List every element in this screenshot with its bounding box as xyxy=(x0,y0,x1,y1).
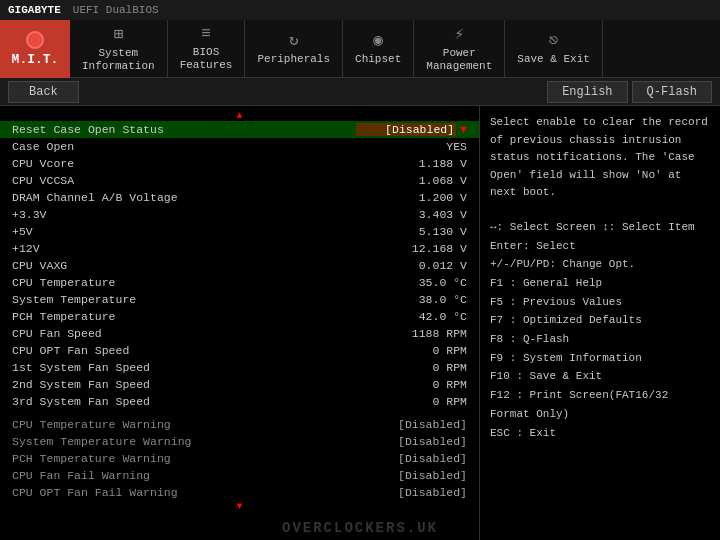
row-cpu-fan-fail[interactable]: CPU Fan Fail Warning [Disabled] xyxy=(0,467,479,484)
cpu-opt-fan-value: 0 RPM xyxy=(367,344,467,357)
nav-chipset[interactable]: ◉ Chipset xyxy=(343,20,414,78)
nav-system-info[interactable]: ⊞ SystemInformation xyxy=(70,20,168,78)
pch-temp-value: 42.0 °C xyxy=(367,310,467,323)
shortcut-arrows: ↔: Select Screen ↕: Select Item xyxy=(490,218,710,237)
row-cpu-vccsa[interactable]: CPU VCCSA 1.068 V xyxy=(0,172,479,189)
save-exit-icon: ⎋ xyxy=(549,30,559,50)
plus5v-label: +5V xyxy=(12,225,367,238)
nav-items: ⊞ SystemInformation ≡ BIOSFeatures ↻ Per… xyxy=(70,20,720,78)
sys-temp-warn-label: System Temperature Warning xyxy=(12,435,367,448)
dram-voltage-value: 1.200 V xyxy=(367,191,467,204)
case-open-label: Case Open xyxy=(12,140,367,153)
cpu-fan-label: CPU Fan Speed xyxy=(12,327,367,340)
shortcut-f5: F5 : Previous Values xyxy=(490,293,710,312)
back-button[interactable]: Back xyxy=(8,81,79,103)
row-pch-temp-warn[interactable]: PCH Temperature Warning [Disabled] xyxy=(0,450,479,467)
cpu-fan-value: 1188 RPM xyxy=(367,327,467,340)
cpu-fan-fail-value: [Disabled] xyxy=(367,469,467,482)
row-cpu-fan[interactable]: CPU Fan Speed 1188 RPM xyxy=(0,325,479,342)
cpu-vaxg-value: 0.012 V xyxy=(367,259,467,272)
bios-features-icon: ≡ xyxy=(201,25,211,43)
case-open-value: YES xyxy=(367,140,467,153)
language-button[interactable]: English xyxy=(547,81,627,103)
row-plus5v[interactable]: +5V 5.130 V xyxy=(0,223,479,240)
row-pch-temp[interactable]: PCH Temperature 42.0 °C xyxy=(0,308,479,325)
row-plus12v[interactable]: +12V 12.168 V xyxy=(0,240,479,257)
pch-temp-warn-value: [Disabled] xyxy=(367,452,467,465)
row-sys-temp-warn[interactable]: System Temperature Warning [Disabled] xyxy=(0,433,479,450)
row-reset-case[interactable]: Reset Case Open Status [Disabled] ▼ xyxy=(0,121,479,138)
row-cpu-vaxg[interactable]: CPU VAXG 0.012 V xyxy=(0,257,479,274)
shortcut-f1: F1 : General Help xyxy=(490,274,710,293)
nav-system-info-label: SystemInformation xyxy=(82,47,155,73)
shortcut-enter: Enter: Select xyxy=(490,237,710,256)
nav-power-mgmt[interactable]: ⚡ PowerManagement xyxy=(414,20,505,78)
system-info-icon: ⊞ xyxy=(113,24,123,44)
cpu-vaxg-label: CPU VAXG xyxy=(12,259,367,272)
shortcut-f7: F7 : Optimized Defaults xyxy=(490,311,710,330)
sys-temp-label: System Temperature xyxy=(12,293,367,306)
top-bar: GIGABYTE UEFI DualBIOS xyxy=(0,0,720,20)
reset-case-label: Reset Case Open Status xyxy=(12,123,356,136)
row-sys-temp[interactable]: System Temperature 38.0 °C xyxy=(0,291,479,308)
row-cpu-temp[interactable]: CPU Temperature 35.0 °C xyxy=(0,274,479,291)
nav-save-exit-label: Save & Exit xyxy=(517,53,590,66)
cpu-vcore-value: 1.188 V xyxy=(367,157,467,170)
uefi-label: UEFI DualBIOS xyxy=(73,4,159,16)
cpu-opt-fan-label: CPU OPT Fan Speed xyxy=(12,344,367,357)
cpu-fan-fail-label: CPU Fan Fail Warning xyxy=(12,469,367,482)
shortcut-f9: F9 : System Information xyxy=(490,349,710,368)
right-panel: Select enable to clear the record of pre… xyxy=(480,106,720,540)
action-bar: Back English Q-Flash xyxy=(0,78,720,106)
nav-peripherals-label: Peripherals xyxy=(257,53,330,66)
main-content: ▲ Reset Case Open Status [Disabled] ▼ Ca… xyxy=(0,106,720,540)
row-case-open[interactable]: Case Open YES xyxy=(0,138,479,155)
plus12v-value: 12.168 V xyxy=(367,242,467,255)
nav-power-mgmt-label: PowerManagement xyxy=(426,47,492,73)
qflash-button[interactable]: Q-Flash xyxy=(632,81,712,103)
shortcut-f8: F8 : Q-Flash xyxy=(490,330,710,349)
nav-chipset-label: Chipset xyxy=(355,53,401,66)
sys-temp-warn-value: [Disabled] xyxy=(367,435,467,448)
plus5v-value: 5.130 V xyxy=(367,225,467,238)
cpu-opt-fail-label: CPU OPT Fan Fail Warning xyxy=(12,486,367,499)
mit-label: M.I.T. xyxy=(12,52,59,67)
watermark: OVERCLOCKERS.UK xyxy=(282,520,438,536)
sys-fan2-value: 0 RPM xyxy=(367,378,467,391)
row-sys-fan1[interactable]: 1st System Fan Speed 0 RPM xyxy=(0,359,479,376)
row-plus3v3[interactable]: +3.3V 3.403 V xyxy=(0,206,479,223)
peripherals-icon: ↻ xyxy=(289,30,299,50)
row-sys-fan2[interactable]: 2nd System Fan Speed 0 RPM xyxy=(0,376,479,393)
shortcut-change: +/-/PU/PD: Change Opt. xyxy=(490,255,710,274)
cpu-vccsa-label: CPU VCCSA xyxy=(12,174,367,187)
sys-fan2-label: 2nd System Fan Speed xyxy=(12,378,367,391)
cpu-opt-fail-value: [Disabled] xyxy=(367,486,467,499)
mit-dot xyxy=(26,31,44,49)
cpu-temp-warn-label: CPU Temperature Warning xyxy=(12,418,367,431)
gigabyte-brand: GIGABYTE xyxy=(8,4,61,16)
chipset-icon: ◉ xyxy=(373,30,383,50)
help-text: Select enable to clear the record of pre… xyxy=(490,114,710,202)
shortcut-f10: F10 : Save & Exit xyxy=(490,367,710,386)
mit-button[interactable]: M.I.T. xyxy=(0,20,70,78)
nav-peripherals[interactable]: ↻ Peripherals xyxy=(245,20,343,78)
dropdown-arrow: ▼ xyxy=(460,123,467,136)
plus3v3-value: 3.403 V xyxy=(367,208,467,221)
plus12v-label: +12V xyxy=(12,242,367,255)
row-cpu-vcore[interactable]: CPU Vcore 1.188 V xyxy=(0,155,479,172)
cpu-temp-label: CPU Temperature xyxy=(12,276,367,289)
row-dram-voltage[interactable]: DRAM Channel A/B Voltage 1.200 V xyxy=(0,189,479,206)
cpu-temp-value: 35.0 °C xyxy=(367,276,467,289)
row-cpu-opt-fail[interactable]: CPU OPT Fan Fail Warning [Disabled] xyxy=(0,484,479,501)
row-sys-fan3[interactable]: 3rd System Fan Speed 0 RPM xyxy=(0,393,479,410)
scroll-up-arrow: ▲ xyxy=(0,110,479,121)
cpu-temp-warn-value: [Disabled] xyxy=(367,418,467,431)
row-cpu-opt-fan[interactable]: CPU OPT Fan Speed 0 RPM xyxy=(0,342,479,359)
sys-fan1-label: 1st System Fan Speed xyxy=(12,361,367,374)
sys-fan1-value: 0 RPM xyxy=(367,361,467,374)
nav-bios-features[interactable]: ≡ BIOSFeatures xyxy=(168,20,246,78)
row-cpu-temp-warn[interactable]: CPU Temperature Warning [Disabled] xyxy=(0,416,479,433)
nav-save-exit[interactable]: ⎋ Save & Exit xyxy=(505,20,603,78)
dram-voltage-label: DRAM Channel A/B Voltage xyxy=(12,191,367,204)
nav-bar: M.I.T. ⊞ SystemInformation ≡ BIOSFeature… xyxy=(0,20,720,78)
